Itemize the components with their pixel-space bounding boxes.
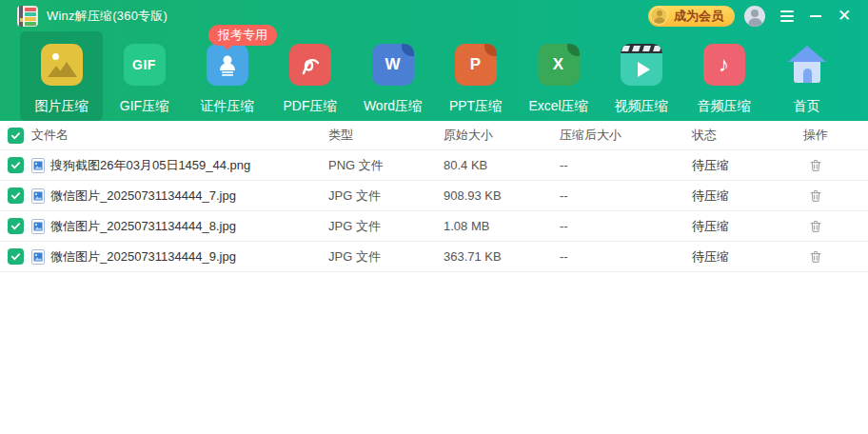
file-status: 待压缩 [692, 157, 787, 174]
row-checkbox[interactable] [8, 218, 24, 234]
exam-special-badge: 报考专用 [208, 25, 277, 46]
tab-home[interactable]: 首页 [765, 31, 848, 121]
image-file-icon [31, 249, 45, 265]
tab-gif-compress[interactable]: GIF GIF压缩 [103, 31, 186, 121]
delete-button[interactable] [808, 188, 823, 204]
file-original-size: 1.08 MB [444, 219, 560, 233]
tool-label: 音频压缩 [698, 98, 751, 115]
header-type: 类型 [328, 127, 444, 144]
close-button[interactable]: ✕ [830, 0, 858, 31]
file-status: 待压缩 [692, 187, 787, 205]
close-icon: ✕ [838, 8, 851, 24]
tab-audio-compress[interactable]: ♪ 音频压缩 [682, 31, 765, 121]
file-name: 微信图片_20250731134444_9.jpg [50, 248, 236, 266]
pdf-compress-icon [289, 44, 331, 86]
tab-excel-compress[interactable]: X Excel压缩 [517, 31, 600, 121]
member-label: 成为会员 [674, 8, 723, 25]
table-row: 搜狗截图26年03月05日1459_44.png PNG 文件 80.4 KB … [0, 150, 868, 181]
file-original-size: 80.4 KB [444, 158, 560, 172]
header-action: 操作 [787, 127, 844, 144]
tab-pdf-compress[interactable]: PDF压缩 [268, 31, 351, 121]
gif-compress-icon: GIF [124, 44, 166, 86]
file-type: JPG 文件 [328, 248, 444, 266]
file-name: 微信图片_20250731134444_7.jpg [50, 187, 236, 205]
delete-button[interactable] [808, 219, 823, 234]
app-title: Winz解压缩(360专版) [47, 8, 168, 25]
header-original-size: 原始大小 [444, 127, 560, 144]
file-compressed-size: -- [560, 249, 692, 264]
select-all-checkbox[interactable] [8, 128, 24, 144]
file-status: 待压缩 [692, 218, 787, 235]
delete-button[interactable] [808, 249, 823, 265]
image-file-icon [31, 158, 45, 173]
app-logo-icon [17, 6, 38, 27]
file-status: 待压缩 [692, 248, 787, 266]
ppt-compress-icon: P [455, 44, 497, 86]
tool-label: 图片压缩 [35, 98, 89, 115]
tool-label: 视频压缩 [615, 98, 668, 115]
table-row: 微信图片_20250731134444_7.jpg JPG 文件 908.93 … [0, 181, 868, 211]
become-member-button[interactable]: 成为会员 [648, 6, 735, 27]
menu-button[interactable] [773, 0, 801, 31]
file-original-size: 908.93 KB [444, 188, 560, 203]
file-type: JPG 文件 [328, 187, 444, 205]
image-file-icon [31, 188, 45, 204]
excel-compress-icon: X [538, 44, 580, 86]
minimize-icon [810, 15, 821, 17]
member-avatar-icon [650, 7, 668, 25]
tool-label: PPT压缩 [449, 98, 502, 115]
tool-label: 证件压缩 [201, 98, 254, 115]
file-compressed-size: -- [560, 188, 692, 203]
tool-label: GIF压缩 [120, 98, 168, 115]
file-compressed-size: -- [560, 219, 692, 233]
row-checkbox[interactable] [8, 187, 24, 204]
file-original-size: 363.71 KB [444, 249, 560, 264]
file-compressed-size: -- [560, 158, 692, 172]
minimize-button[interactable] [801, 0, 830, 31]
delete-button[interactable] [808, 158, 823, 173]
image-file-icon [31, 219, 45, 234]
video-compress-icon [621, 44, 662, 86]
audio-compress-icon: ♪ [703, 44, 745, 86]
tab-video-compress[interactable]: 视频压缩 [600, 31, 682, 121]
row-checkbox[interactable] [8, 157, 24, 173]
tool-label: Word压缩 [364, 98, 422, 115]
file-type: JPG 文件 [328, 218, 444, 235]
tool-label: Excel压缩 [528, 98, 587, 115]
row-checkbox[interactable] [8, 248, 24, 265]
hamburger-icon [780, 10, 794, 22]
tool-label: PDF压缩 [284, 98, 337, 115]
file-type: PNG 文件 [328, 157, 444, 174]
header-filename: 文件名 [31, 127, 328, 144]
tab-ppt-compress[interactable]: P PPT压缩 [434, 31, 517, 121]
titlebar: Winz解压缩(360专版) 成为会员 ✕ [0, 0, 868, 31]
table-row: 微信图片_20250731134444_9.jpg JPG 文件 363.71 … [0, 242, 868, 272]
tool-label: 首页 [794, 98, 820, 115]
table-row: 微信图片_20250731134444_8.jpg JPG 文件 1.08 MB… [0, 211, 868, 242]
toolbar: 图片压缩 GIF GIF压缩 证件压缩 [0, 31, 868, 121]
tab-image-compress[interactable]: 图片压缩 [20, 31, 103, 121]
header-status: 状态 [692, 127, 787, 144]
image-compress-icon [41, 44, 83, 86]
home-icon [785, 44, 829, 86]
file-name: 微信图片_20250731134444_8.jpg [50, 218, 236, 235]
tab-word-compress[interactable]: W Word压缩 [351, 31, 434, 121]
file-table: 文件名 类型 原始大小 压缩后大小 状态 操作 搜狗截图26年03月05日145… [0, 121, 868, 272]
app-header: Winz解压缩(360专版) 成为会员 ✕ 图片压缩 GIF GI [0, 0, 868, 121]
user-avatar[interactable] [744, 6, 765, 27]
file-name: 搜狗截图26年03月05日1459_44.png [50, 157, 250, 174]
word-compress-icon: W [372, 44, 414, 86]
header-compressed-size: 压缩后大小 [560, 127, 692, 144]
table-header-row: 文件名 类型 原始大小 压缩后大小 状态 操作 [0, 121, 868, 150]
